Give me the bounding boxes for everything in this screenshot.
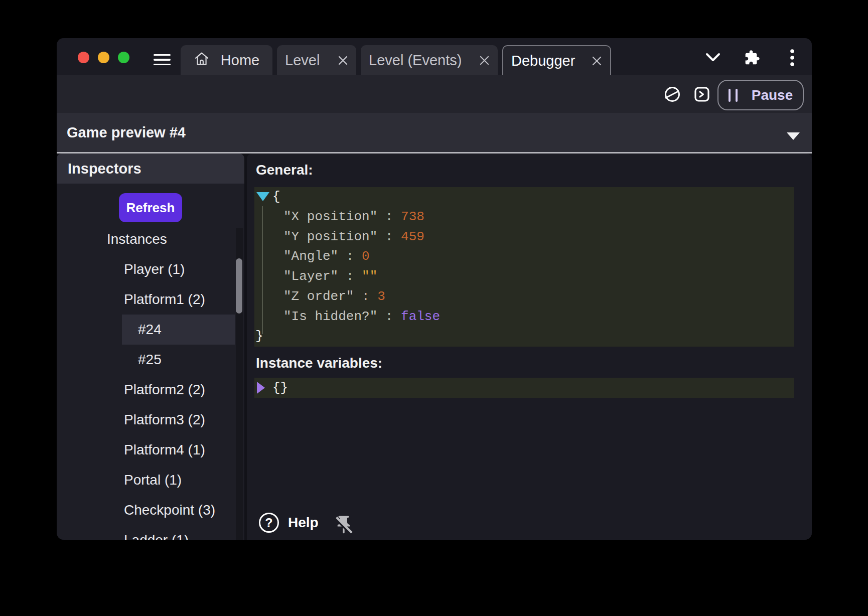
tab-label: Home <box>221 52 259 69</box>
json-line: "Is hidden?" : false <box>254 307 794 327</box>
traffic-lights <box>78 52 129 63</box>
tab-level-events[interactable]: Level (Events) <box>361 45 498 75</box>
debugger-toolbar: Pause <box>57 75 812 113</box>
tree-item-label: Platform1 (2) <box>124 291 205 307</box>
game-preview-header[interactable]: Game preview #4 <box>57 113 812 152</box>
tree-item-label: Player (1) <box>124 261 185 277</box>
help-button[interactable]: ? Help <box>259 513 319 533</box>
debugger-content: Inspectors Refresh InstancesPlayer (1)Pl… <box>57 153 812 540</box>
sidebar-scrollbar-thumb[interactable] <box>236 258 242 314</box>
maximize-window-button[interactable] <box>118 52 129 63</box>
minimize-window-button[interactable] <box>98 52 109 63</box>
json-line: "Y position" : 459 <box>254 227 794 247</box>
json-line: { <box>254 187 794 207</box>
tree-item-label: Platform3 (2) <box>124 412 205 428</box>
tree-item-platform2-2[interactable]: Platform2 (2) <box>57 375 244 405</box>
instance-variables-value: {} <box>272 378 288 398</box>
tree-item-instances[interactable]: Instances <box>57 224 244 254</box>
extensions-icon[interactable] <box>744 50 760 68</box>
tree-item-label: Portal (1) <box>124 472 182 488</box>
pause-icon <box>729 89 738 102</box>
tree-item-label: Ladder (1) <box>124 532 189 540</box>
tree-item-25[interactable]: #25 <box>57 345 244 375</box>
home-icon <box>194 51 210 70</box>
tab-level[interactable]: Level <box>277 45 356 75</box>
general-properties-viewer: {"X position" : 738"Y position" : 459"An… <box>254 187 794 347</box>
tree-item-label: Checkpoint (3) <box>124 502 215 518</box>
tree-item-label: Instances <box>107 231 167 247</box>
json-line: } <box>254 327 794 347</box>
tab-label: Level (Events) <box>369 52 462 69</box>
pin-off-icon[interactable] <box>333 514 354 537</box>
tab-close-icon[interactable] <box>338 55 348 66</box>
json-line: "Angle" : 0 <box>254 247 794 267</box>
tree-item-ladder-1[interactable]: Ladder (1) <box>57 525 244 540</box>
console-icon[interactable] <box>694 87 709 104</box>
inspectors-header: Inspectors <box>57 153 244 184</box>
pause-button-label: Pause <box>752 87 793 103</box>
tree-item-label: #25 <box>138 352 162 368</box>
tree-item-label: #24 <box>138 322 162 338</box>
tree-item-checkpoint-3[interactable]: Checkpoint (3) <box>57 495 244 525</box>
close-window-button[interactable] <box>78 52 89 63</box>
tree-item-player-1[interactable]: Player (1) <box>57 254 244 284</box>
expand-triangle-icon[interactable] <box>257 382 265 394</box>
chevron-down-icon[interactable] <box>705 52 720 65</box>
titlebar: HomeLevelLevel (Events)Debugger <box>57 38 812 75</box>
tree-item-portal-1[interactable]: Portal (1) <box>57 465 244 495</box>
main-menu-icon[interactable] <box>154 54 171 65</box>
tab-label: Level <box>285 52 320 69</box>
tree-item-24[interactable]: #24 <box>57 315 244 345</box>
tab-label: Debugger <box>511 53 575 69</box>
tab-bar: HomeLevelLevel (Events)Debugger <box>181 45 611 75</box>
json-line: "X position" : 738 <box>254 207 794 227</box>
inspectors-header-label: Inspectors <box>68 161 141 177</box>
tab-debugger[interactable]: Debugger <box>502 45 611 75</box>
tree-item-platform4-1[interactable]: Platform4 (1) <box>57 435 244 465</box>
inspector-detail-panel: General: {"X position" : 738"Y position"… <box>247 153 812 540</box>
tab-home[interactable]: Home <box>181 45 272 75</box>
tree-item-label: Platform4 (1) <box>124 442 205 458</box>
json-line: "Z order" : 3 <box>254 287 794 307</box>
pause-button[interactable]: Pause <box>717 80 804 110</box>
tab-close-icon[interactable] <box>479 55 490 66</box>
instances-tree: InstancesPlayer (1)Platform1 (2)#24#25Pl… <box>57 224 244 540</box>
general-section-label: General: <box>256 162 313 178</box>
tree-item-platform1-2[interactable]: Platform1 (2) <box>57 284 244 315</box>
preview-dropdown-caret-icon[interactable] <box>787 132 800 140</box>
help-button-label: Help <box>288 515 319 531</box>
tree-item-platform3-2[interactable]: Platform3 (2) <box>57 405 244 435</box>
refresh-button[interactable]: Refresh <box>119 193 182 222</box>
instance-variables-label: Instance variables: <box>256 355 382 371</box>
inspectors-sidebar: Inspectors Refresh InstancesPlayer (1)Pl… <box>57 153 244 540</box>
profiler-icon[interactable] <box>664 86 681 105</box>
instance-variables-viewer: {} <box>254 378 794 398</box>
kebab-menu-icon[interactable] <box>790 49 795 69</box>
tab-close-icon[interactable] <box>592 56 602 66</box>
json-line: "Layer" : "" <box>254 267 794 287</box>
tree-item-label: Platform2 (2) <box>124 382 205 398</box>
help-icon: ? <box>259 513 279 533</box>
debugger-window: HomeLevelLevel (Events)Debugger Pause Ga… <box>57 38 812 540</box>
game-preview-title: Game preview #4 <box>67 113 186 152</box>
collapse-triangle-icon[interactable] <box>256 192 269 201</box>
